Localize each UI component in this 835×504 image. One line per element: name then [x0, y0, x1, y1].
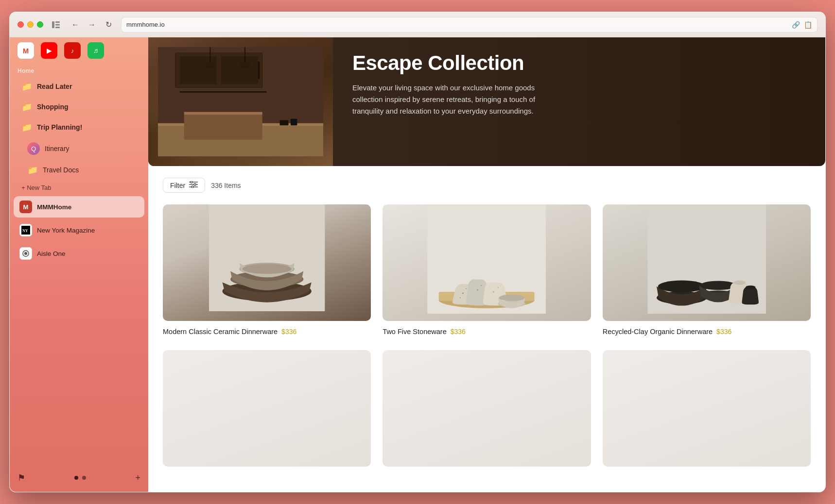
product-image-placeholder-1 [163, 350, 371, 467]
minimize-button[interactable] [27, 21, 34, 28]
svg-rect-22 [280, 120, 289, 126]
product-card-placeholder-2[interactable] [383, 350, 591, 472]
folder-icon: 📁 [21, 122, 32, 133]
forward-button[interactable]: → [85, 18, 99, 32]
address-bar[interactable]: mmmhome.io 🔗 📋 [121, 17, 818, 33]
product-image-placeholder-3 [603, 350, 811, 467]
tab-favicon-aisle [19, 247, 32, 260]
product-name-1: Modern Classic Ceramic Dinnerware [163, 327, 278, 336]
refresh-button[interactable]: ↻ [102, 18, 115, 32]
product-price-3: $336 [716, 328, 731, 336]
svg-rect-17 [184, 112, 262, 115]
sidebar-item-label: Shopping [37, 103, 69, 111]
svg-point-30 [191, 186, 193, 188]
product-name-price-2: Two Five Stoneware $336 [383, 327, 591, 338]
svg-point-51 [658, 281, 706, 292]
favorite-lastfm[interactable]: ♪ [64, 42, 81, 59]
add-tab-icon[interactable]: + [135, 473, 140, 483]
filter-label: Filter [170, 182, 185, 189]
browser-window: ← → ↻ mmmhome.io 🔗 📋 M ▶ ♪ ♬ Home 📁 [9, 12, 826, 492]
reader-icon: 📋 [804, 21, 812, 29]
filter-bar: Filter 336 Items [163, 178, 811, 193]
main-area: M ▶ ♪ ♬ Home 📁 Read Later 📁 Shopping 📁 T… [10, 37, 825, 492]
url-display: mmmhome.io [126, 21, 788, 28]
products-grid: Modern Classic Ceramic Dinnerware $336 [163, 204, 811, 472]
product-image-3 [603, 204, 811, 321]
svg-point-40 [466, 288, 467, 289]
folder-icon: 📁 [21, 101, 32, 112]
hero-image-inner [148, 37, 333, 166]
product-card-placeholder-1[interactable] [163, 350, 371, 472]
hero-image [148, 37, 333, 166]
svg-point-45 [493, 291, 494, 293]
sidebar-toggle-button[interactable] [49, 18, 63, 32]
maximize-button[interactable] [37, 21, 43, 28]
nav-buttons: ← → ↻ [69, 18, 115, 32]
web-content: Escape Collection Elevate your living sp… [148, 37, 825, 492]
svg-point-29 [194, 184, 196, 185]
svg-point-8 [24, 252, 27, 255]
sidebar-item-label: Travel Docs [43, 166, 79, 174]
tab-favicon-ny: NY [19, 224, 32, 236]
svg-point-48 [499, 295, 525, 301]
svg-rect-1 [55, 21, 60, 23]
svg-point-55 [746, 286, 756, 289]
settings-icon[interactable]: ⚑ [17, 472, 25, 483]
favorite-gmail[interactable]: M [17, 42, 34, 59]
traffic-lights [17, 21, 43, 28]
dot-1 [74, 476, 78, 480]
tab-favicon-mmmhome: M [19, 201, 32, 213]
svg-rect-13 [258, 62, 260, 79]
folder-icon: 📁 [21, 81, 32, 92]
filter-button[interactable]: Filter [163, 178, 205, 193]
kitchen-scene-svg [158, 47, 323, 156]
product-card-recycled-clay[interactable]: Recycled-Clay Organic Dinnerware $336 [603, 204, 811, 338]
svg-point-28 [191, 181, 192, 183]
svg-text:NY: NY [22, 229, 28, 233]
home-section-header: Home [10, 64, 148, 76]
svg-point-42 [460, 297, 461, 298]
product-name-price-3: Recycled-Clay Organic Dinnerware $336 [603, 327, 811, 338]
tab-label: Aisle One [37, 250, 66, 257]
sidebar-item-itinerary[interactable]: Q Itinerary [14, 138, 144, 159]
dot-2 [82, 476, 86, 480]
sidebar-item-trip-planning[interactable]: 📁 Trip Planning! [14, 118, 144, 137]
favorite-spotify[interactable]: ♬ [87, 42, 104, 59]
sidebar-item-label: Trip Planning! [37, 123, 82, 131]
tab-label: New York Magazine [37, 227, 95, 234]
product-name-2: Two Five Stoneware [383, 327, 446, 336]
sidebar-item-travel-docs[interactable]: 📁 Travel Docs [14, 160, 144, 180]
tab-aisle-one[interactable]: Aisle One [14, 243, 144, 264]
product-image-2 [383, 204, 591, 321]
back-button[interactable]: ← [69, 18, 82, 32]
close-button[interactable] [17, 21, 24, 28]
itinerary-app-icon: Q [27, 142, 40, 155]
product-image-1 [163, 204, 371, 321]
favorite-youtube[interactable]: ▶ [41, 42, 57, 59]
product-card-modern-classic[interactable]: Modern Classic Ceramic Dinnerware $336 [163, 204, 371, 338]
svg-rect-12 [221, 56, 258, 84]
ceramic-bowls-svg [163, 204, 371, 311]
tab-new-york-magazine[interactable]: NY New York Magazine [14, 219, 144, 241]
svg-point-54 [733, 281, 745, 285]
sidebar-item-read-later[interactable]: 📁 Read Later [14, 77, 144, 96]
new-tab-button[interactable]: + New Tab [14, 181, 144, 194]
hero-title: Escape Collection [352, 52, 806, 74]
product-card-two-five[interactable]: Two Five Stoneware $336 [383, 204, 591, 338]
sidebar-item-shopping[interactable]: 📁 Shopping [14, 97, 144, 117]
svg-point-19 [205, 63, 215, 69]
svg-point-46 [498, 287, 499, 288]
link-icon: 🔗 [792, 21, 800, 29]
sidebar: M ▶ ♪ ♬ Home 📁 Read Later 📁 Shopping 📁 T… [10, 37, 148, 492]
title-bar: ← → ↻ mmmhome.io 🔗 📋 [10, 12, 825, 37]
items-count: 336 Items [211, 182, 241, 189]
sidebar-item-label: Read Later [37, 83, 72, 90]
tab-mmmhome[interactable]: M MMMHome [14, 196, 144, 218]
sidebar-item-label: Itinerary [45, 145, 70, 152]
product-card-placeholder-3[interactable] [603, 350, 811, 472]
svg-point-44 [481, 285, 482, 286]
new-tab-label: + New Tab [21, 184, 52, 191]
product-name-3: Recycled-Clay Organic Dinnerware [603, 327, 713, 336]
svg-rect-2 [55, 24, 60, 25]
svg-rect-11 [180, 56, 217, 84]
